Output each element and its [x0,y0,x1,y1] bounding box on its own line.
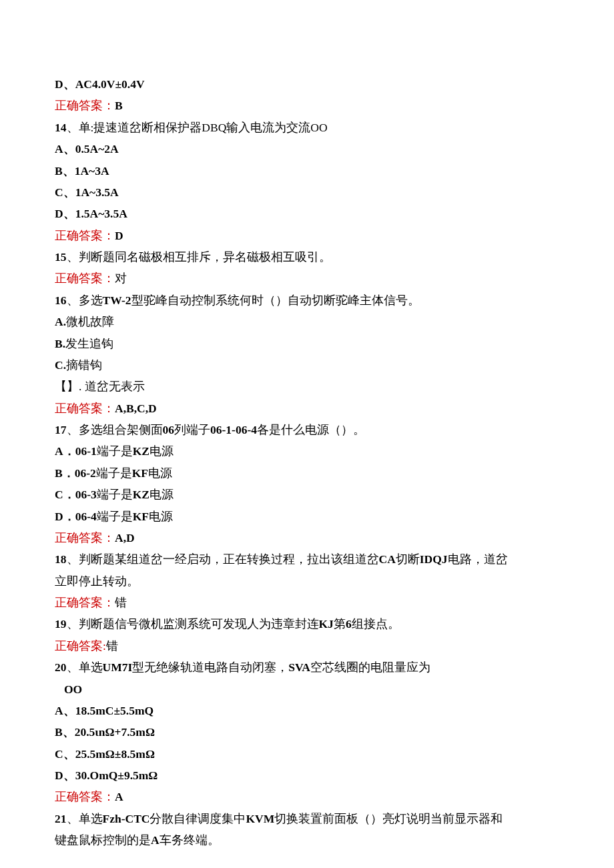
q14-stem: 14、单:提速道岔断相保护器DBQ输入电流为交流OO [55,117,559,138]
q18-mid: 切断 [396,552,420,566]
q14-option-d: D、1.5A~3.5A [55,203,559,224]
answer-label: 正确答案： [55,790,115,803]
q21-mid2: 切换装置前面板（）亮灯说明当前显示器和 [274,812,503,825]
q18-stem: 18、判断题某组道岔一经启动，正在转换过程，拉出该组道岔CA切断IDQJ电路，道… [55,548,559,570]
q19-mid: 第 [334,617,346,630]
q21-stem-line2: 键盘鼠标控制的是A车务终端。 [55,829,559,851]
q20-stem: 20、单选UM7I型无绝缘轨道电路自动闭塞，SVA空芯线圈的电阻量应为 [55,657,559,678]
answer-label: 正确答案： [55,229,115,242]
opt-a-mid: 端子是 [97,444,133,458]
q18-idqj: IDQJ [420,552,448,566]
q21-stem: 21、单选Fzh-CTC分散自律调度集中KVM切换装置前面板（）亮灯说明当前显示… [55,808,559,829]
q17-option-a: A．06-1端子是KZ电源 [55,440,559,462]
opt-c-text: 摘错钩 [66,358,102,372]
opt-a-text: 微机故障 [66,315,114,328]
q17-pre: 、多选组合架侧面 [67,423,163,436]
q16-option-d: 【】. 道岔无表示 [55,376,559,397]
answer-label: 正确答案： [55,596,115,609]
q15-stem: 15、判断题同名磁极相互排斥，异名磁极相互吸引。 [55,246,559,268]
answer-value: 错 [106,639,118,653]
q14-answer: 正确答案：D [55,225,559,246]
q19-six: 6 [346,617,352,630]
q18-s1: 、判断题某组道岔一经启动，正在转换过程，拉出该组道岔 [67,552,379,566]
q18-tail: 电路，道岔 [448,552,508,566]
q15-stem-text: 、判断题同名磁极相互排斥，异名磁极相互吸引。 [67,250,331,264]
q14-option-c: C、1A~3.5A [55,181,559,203]
answer-value: B [115,99,123,112]
q13-option-d: D、AC4.0V±0.4V [55,73,559,95]
opt-c-tail: 电源 [149,488,174,501]
q21-fzh: Fzh-CTC [103,812,150,825]
q21-l2a: 键盘鼠标控制的是 [55,833,151,847]
opt-b-end: KF [132,466,148,480]
opt-c-end: KZ [133,488,149,501]
q14-num: 14 [55,121,67,134]
q20-sva: SVA [288,661,310,674]
q21-kvm: KVM [246,812,274,825]
answer-label: 正确答案: [55,639,106,653]
q16-pre: 、多选 [67,294,103,307]
opt-d-end: KF [133,510,149,523]
q15-answer: 正确答案：对 [55,268,559,289]
answer-label: 正确答案： [55,402,115,415]
q17-option-d: D．06-4端子是KF电源 [55,506,559,527]
q19-num: 19 [55,617,67,630]
answer-label: 正确答案： [55,531,115,544]
q18-stem-line2: 立即停止转动。 [55,570,559,592]
q21-l2b: 车务终端。 [160,833,220,847]
q14-option-b: B、1A~3A [55,160,559,181]
q17-p1: 列端子 [174,423,210,436]
q19-stem: 19、判断题信号微机监测系统可发现人为违章封连KJ第6组接点。 [55,613,559,634]
opt-d-mid: 端子是 [97,510,133,523]
answer-label: 正确答案： [55,272,115,285]
opt-a-label: A. [55,315,66,328]
q18-num: 18 [55,552,67,566]
answer-value: A,D [115,531,135,544]
q17-06: 06 [163,423,175,436]
q20-option-a: A、18.5mC±5.5mQ [55,700,559,721]
document-page: D、AC4.0V±0.4V 正确答案：B 14、单:提速道岔断相保护器DBQ输入… [0,0,614,868]
opt-c-mid: 端子是 [97,488,133,501]
q13-answer: 正确答案：B [55,95,559,116]
opt-b-label: B. [55,337,65,350]
opt-a-tail: 电源 [149,444,174,458]
q17-p2: 各是什么电源（）。 [257,423,365,436]
q16-option-c: C.摘错钩 [55,354,559,376]
q19-tail: 组接点。 [352,617,400,630]
q16-post: 型驼峰自动控制系统何时（）自动切断驼峰主体信号。 [131,294,420,307]
q17-answer: 正确答案：A,D [55,527,559,548]
answer-value: D [115,229,123,242]
q21-mid1: 分散自律调度集中 [149,812,246,825]
q19-s1: 、判断题信号微机监测系统可发现人为违章封连 [67,617,319,630]
q18-answer: 正确答案：错 [55,592,559,613]
opt-a-head: A．06-1 [55,444,97,458]
q20-num: 20 [55,661,67,674]
answer-value: 错 [115,596,127,609]
q17-range: 06-1-06-4 [210,423,257,436]
answer-label: 正确答案： [55,99,115,112]
q20-option-b: B、20.5ιnΩ+7.5mΩ [55,721,559,743]
q16-answer: 正确答案：A,B,C,D [55,398,559,419]
q20-mid: 型无绝缘轨道电路自动闭塞， [132,661,288,674]
q21-num: 21 [55,812,67,825]
q17-num: 17 [55,423,67,436]
opt-b-tail: 电源 [148,466,172,480]
q20-option-c: C、25.5mΩ±8.5mΩ [55,743,559,765]
q16-option-b: B.发生追钩 [55,333,559,354]
q17-option-b: B．06-2端子是KF电源 [55,462,559,484]
q16-num: 16 [55,294,67,307]
q19-kj: KJ [319,617,334,630]
q16-stem: 16、多选TW-2型驼峰自动控制系统何时（）自动切断驼峰主体信号。 [55,290,559,311]
q15-num: 15 [55,250,67,264]
opt-d-tail: 电源 [149,510,173,523]
opt-a-end: KZ [133,444,149,458]
opt-c-head: C．06-3 [55,488,97,501]
q17-option-c: C．06-3端子是KZ电源 [55,484,559,505]
q16-option-a: A.微机故障 [55,311,559,332]
q20-option-d: D、30.OmQ±9.5mΩ [55,765,559,786]
q19-answer: 正确答案:错 [55,635,559,657]
q14-option-a: A、0.5A~2A [55,138,559,159]
q20-pre: 、单选 [67,661,103,674]
q16-tw2: TW-2 [103,294,131,307]
q20-um: UM7I [103,661,133,674]
